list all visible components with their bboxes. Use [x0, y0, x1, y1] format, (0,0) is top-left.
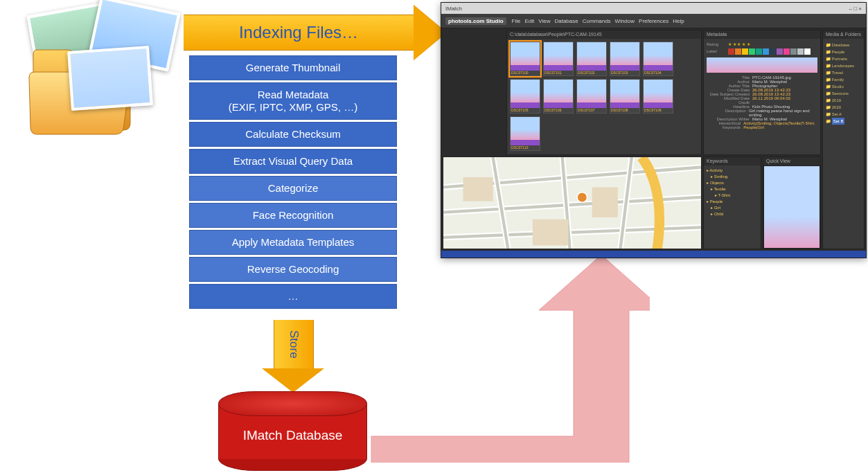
tree-node[interactable]: 2020	[826, 104, 861, 111]
panel-header: C:\data\database\People\PTC-CAM-19145	[507, 30, 701, 39]
indexing-arrow-label: Indexing Files…	[239, 23, 358, 42]
thumbnail-browser-panel: C:\data\database\People\PTC-CAM-19145 DS…	[506, 30, 702, 155]
panel-header: Media & Folders	[823, 30, 864, 39]
color-swatch[interactable]	[728, 48, 734, 55]
rating-stars[interactable]: ★ ★ ★ ★ ★	[728, 42, 750, 46]
thumbnail[interactable]: DSC07108	[610, 79, 640, 114]
menu-item[interactable]: Edit	[524, 18, 534, 24]
color-swatch[interactable]	[763, 48, 769, 55]
rating-label: Rating	[707, 42, 727, 46]
metadata-preview-thumb	[707, 57, 817, 73]
color-swatch[interactable]	[756, 48, 762, 55]
keyword-node[interactable]: ▸ Smiling	[707, 174, 758, 180]
keyword-node[interactable]: ▸ Objects	[707, 180, 758, 186]
source-folder	[14, 6, 166, 144]
window-controls[interactable]: – □ ×	[849, 6, 862, 12]
color-swatch[interactable]	[777, 48, 783, 55]
thumbnail[interactable]: DSC07103	[610, 42, 640, 76]
map-surface[interactable]	[443, 157, 701, 249]
tree-node[interactable]: Landscapes	[826, 62, 861, 69]
indexing-step: Categorize	[189, 176, 397, 201]
indexing-arrow: Indexing Files…	[184, 15, 447, 50]
color-swatch[interactable]	[735, 48, 741, 55]
status-bar	[441, 251, 866, 258]
thumbnail[interactable]: DSC07105	[510, 79, 540, 114]
metadata-key: Description	[707, 109, 746, 117]
menubar: photools.com Studio FileEditViewDatabase…	[441, 14, 866, 28]
metadata-panel: Metadata Rating ★ ★ ★ ★ ★ Label TitlePTC…	[703, 30, 821, 155]
tree-node[interactable]: Portraits	[826, 55, 861, 62]
menu-item[interactable]: File	[512, 18, 521, 24]
panel-header: Quick View	[763, 157, 820, 165]
menu-item[interactable]: Window	[615, 18, 635, 24]
color-swatch[interactable]	[783, 48, 790, 55]
indexing-step: Face Recognition	[189, 203, 397, 228]
svg-rect-1	[463, 177, 493, 201]
svg-rect-3	[592, 188, 618, 217]
metadata-value: Girl making peace hand sign and smiling	[749, 109, 817, 117]
sample-photo	[67, 46, 153, 111]
metadata-key: Hierarchical Keywords	[707, 121, 741, 129]
svg-rect-2	[533, 219, 569, 246]
tree-node[interactable]: Database	[826, 42, 861, 48]
database-cylinder: IMatch Database	[218, 391, 367, 471]
color-swatch[interactable]	[749, 48, 755, 55]
indexing-step: Generate Thumbnail	[189, 55, 397, 80]
indexing-step: Extract Visual Query Data	[189, 149, 397, 174]
thumbnail[interactable]: DSC07100	[510, 42, 540, 76]
color-swatch[interactable]	[770, 48, 776, 55]
app-window: IMatch – □ × photools.com Studio FileEdi…	[441, 2, 867, 258]
keyword-node[interactable]: ▸ Girl	[707, 205, 758, 211]
menu-item[interactable]: View	[538, 18, 550, 24]
keyword-node[interactable]: ▸ Activity	[707, 168, 758, 174]
keywords-panel: Keywords ▸ Activity▸ Smiling▸ Objects▸ T…	[703, 156, 761, 249]
thumbnail[interactable]: DSC07106	[543, 79, 574, 114]
indexing-step: Read Metadata (EXIF, IPTC, XMP, GPS, …)	[189, 82, 397, 120]
thumbnail[interactable]: DSC07104	[643, 42, 673, 76]
tree-node[interactable]: Family	[826, 76, 861, 83]
color-swatch[interactable]	[790, 48, 797, 55]
keyword-node[interactable]: ▸ T-Shirt	[707, 192, 758, 199]
panel-header: Metadata	[704, 30, 820, 39]
menu-item[interactable]: Database	[554, 18, 578, 24]
color-swatch[interactable]	[804, 48, 811, 55]
menu-item[interactable]: Commands	[583, 18, 611, 24]
color-swatch[interactable]	[797, 48, 804, 55]
map-panel: Map	[443, 156, 702, 249]
tree-node[interactable]: 2019	[826, 97, 861, 104]
tree-node[interactable]: Set B	[826, 118, 861, 125]
color-swatch[interactable]	[742, 48, 748, 55]
metadata-row: DescriptionGirl making peace hand sign a…	[707, 109, 817, 117]
metadata-value: Activity|Smiling; Objects|Textile|T-Shir…	[743, 121, 817, 129]
metadata-value: 26.11.2019 09:04:02	[752, 96, 790, 100]
thumbnail[interactable]: DSC07102	[576, 42, 607, 76]
app-title: IMatch	[445, 6, 462, 12]
tree-node[interactable]: Studio	[826, 83, 861, 90]
svg-point-4	[577, 192, 587, 202]
tree-node[interactable]: Sessions	[826, 90, 861, 97]
store-arrow: Store	[274, 320, 312, 393]
metadata-row: Hierarchical KeywordsActivity|Smiling; O…	[707, 121, 817, 129]
store-arrow-label: Store	[287, 330, 301, 359]
tree-node[interactable]: Travel	[826, 69, 861, 76]
keyword-node[interactable]: ▸ Textile	[707, 186, 758, 192]
preview-image	[763, 165, 820, 249]
keyword-node[interactable]: ▸ Child	[707, 211, 758, 217]
indexing-step: Apply Metadata Templates	[189, 230, 397, 255]
indexing-steps: Generate ThumbnailRead Metadata (EXIF, I…	[189, 55, 397, 309]
keyword-node[interactable]: ▸ People	[707, 199, 758, 205]
thumbnail[interactable]: DSC07107	[576, 79, 607, 114]
indexing-step: Reverse Geocoding	[189, 257, 397, 282]
preview-panel: Quick View	[763, 156, 821, 249]
menu-item[interactable]: Help	[673, 18, 684, 24]
thumbnail[interactable]: DSC07109	[643, 79, 673, 114]
thumbnail[interactable]: DSC07110	[510, 116, 540, 151]
flow-arrow	[359, 255, 650, 463]
thumbnail[interactable]: DSC07101	[543, 42, 574, 76]
menu-item[interactable]: Preferences	[639, 18, 668, 24]
tree-node[interactable]: People	[826, 48, 861, 55]
brand: photools.com Studio	[445, 17, 506, 25]
tree-node[interactable]: Set A	[826, 111, 861, 118]
panel-header: Keywords	[704, 157, 761, 165]
color-label-swatches[interactable]	[728, 48, 811, 55]
